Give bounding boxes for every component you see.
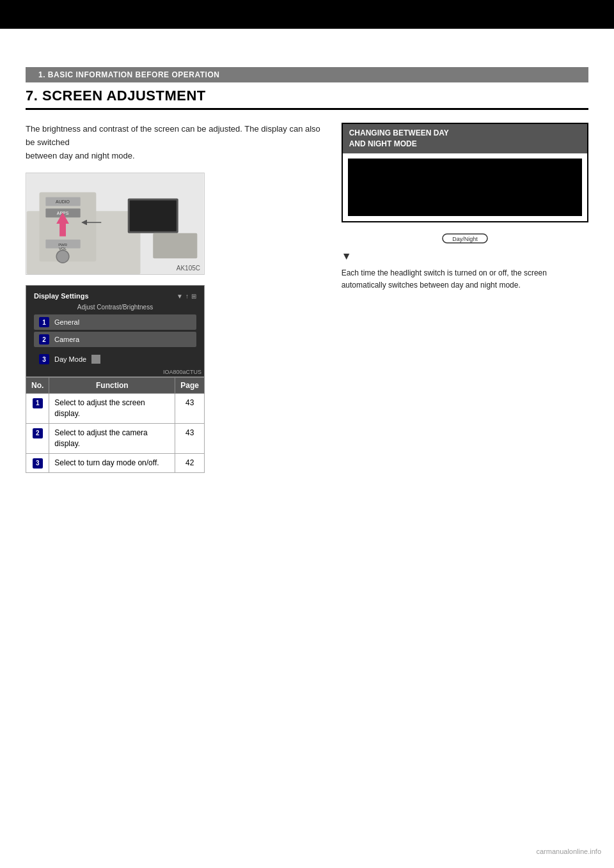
num-badge-table-2: 2 <box>33 428 43 438</box>
row-label-general: General <box>54 318 79 326</box>
table-header-no: No. <box>26 378 49 394</box>
wifi-icon: ↑ <box>185 293 189 300</box>
changing-modes-header: CHANGING BETWEEN DAY AND NIGHT MODE <box>343 124 587 153</box>
table-cell-function-3: Select to turn day mode on/off. <box>49 453 175 472</box>
table-cell-no-3: 3 <box>26 453 49 472</box>
signal-icon: ▼ <box>177 293 183 300</box>
display-settings-row-camera[interactable]: 2 Camera <box>34 332 196 347</box>
num-badge-2: 2 <box>39 334 49 345</box>
changing-modes-header-line2: AND NIGHT MODE <box>349 139 417 148</box>
svg-text:PWR: PWR <box>58 243 67 247</box>
note-symbol-right: ▼ <box>342 251 588 262</box>
left-column: The brightness and contrast of the scree… <box>26 123 322 473</box>
section-number: 7. <box>26 88 38 104</box>
svg-text:AUDIO: AUDIO <box>56 200 70 205</box>
top-black-bar <box>0 0 614 29</box>
function-table: No. Function Page 1 Select to adjust the… <box>26 377 205 472</box>
row-label-camera: Camera <box>54 336 79 343</box>
display-settings-day-mode[interactable]: 3 Day Mode <box>34 352 196 366</box>
car-image-container: AUDIO APPS PWR VOL <box>26 173 205 275</box>
table-cell-function-2: Select to adjust the camera display. <box>49 423 175 453</box>
section-title-text: SCREEN ADJUSTMENT <box>42 88 206 104</box>
row-label-day-mode: Day Mode <box>54 355 86 363</box>
display-settings-title: Display Settings <box>34 292 89 300</box>
svg-point-11 <box>56 251 69 263</box>
table-cell-page-1: 43 <box>175 394 205 424</box>
display-settings-subtitle: Adjust Contrast/Brightness <box>34 304 196 311</box>
table-header-function: Function <box>49 378 175 394</box>
table-row: 3 Select to turn day mode on/off. 42 <box>26 453 205 472</box>
section-header: 1. BASIC INFORMATION BEFORE OPERATION <box>26 67 588 82</box>
page-wrapper: 1. BASIC INFORMATION BEFORE OPERATION 7.… <box>0 0 614 868</box>
section-header-text: 1. BASIC INFORMATION BEFORE OPERATION <box>38 70 219 79</box>
image-id-label: IOA800aCTUS <box>163 369 201 375</box>
car-illustration: AUDIO APPS PWR VOL <box>26 173 204 274</box>
table-row: 2 Select to adjust the camera display. 4… <box>26 423 205 453</box>
watermark: carmanualonline.info <box>536 848 601 855</box>
display-settings-topbar: Display Settings ▼ ↑ ⊞ <box>34 292 196 300</box>
display-settings-icons: ▼ ↑ ⊞ <box>177 293 196 300</box>
day-mode-checkbox[interactable] <box>91 355 100 364</box>
table-cell-no-1: 1 <box>26 394 49 424</box>
table-cell-page-2: 43 <box>175 423 205 453</box>
changing-modes-screen <box>348 159 582 216</box>
car-image-label: AK105C <box>177 265 200 272</box>
table-cell-function-1: Select to adjust the screen display. <box>49 394 175 424</box>
changing-modes-header-line1: CHANGING BETWEEN DAY <box>349 128 449 137</box>
home-icon: ⊞ <box>191 293 196 300</box>
content-area: The brightness and contrast of the scree… <box>26 123 588 473</box>
intro-text: The brightness and contrast of the scree… <box>26 123 322 162</box>
intro-line1: The brightness and contrast of the scree… <box>26 124 320 147</box>
display-settings-row-general[interactable]: 1 General <box>34 314 196 330</box>
table-cell-no-2: 2 <box>26 423 49 453</box>
num-badge-table-1: 1 <box>33 398 43 408</box>
right-text-1: Each time the headlight switch is turned… <box>342 267 588 291</box>
table-header-page: Page <box>175 378 205 394</box>
right-column: CHANGING BETWEEN DAY AND NIGHT MODE Day/… <box>342 123 588 473</box>
display-settings-container: Display Settings ▼ ↑ ⊞ Adjust Contrast/B… <box>26 285 205 377</box>
intro-line2: between day and night mode. <box>26 151 135 160</box>
section-title: 7. SCREEN ADJUSTMENT <box>26 82 588 110</box>
table-row: 1 Select to adjust the screen display. 4… <box>26 394 205 424</box>
num-badge-1: 1 <box>39 317 49 327</box>
svg-rect-14 <box>153 233 197 259</box>
num-badge-table-3: 3 <box>33 458 43 469</box>
down-arrow-indicator: Day/Night <box>342 231 588 245</box>
svg-text:Day/Night: Day/Night <box>452 236 478 242</box>
num-badge-3: 3 <box>39 354 49 364</box>
svg-rect-13 <box>130 201 177 231</box>
down-arrow-svg: Day/Night <box>439 231 491 245</box>
table-cell-page-3: 42 <box>175 453 205 472</box>
changing-modes-box: CHANGING BETWEEN DAY AND NIGHT MODE <box>342 123 588 222</box>
